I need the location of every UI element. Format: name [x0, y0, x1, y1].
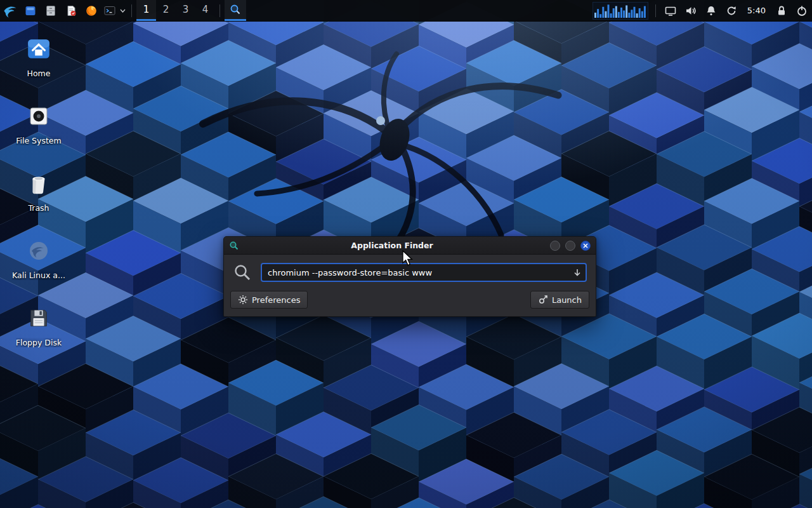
launch-icon — [538, 295, 548, 305]
terminal-dropdown-arrow[interactable] — [118, 0, 127, 21]
desktop-icon-label: Home — [27, 69, 51, 78]
kali-logo-icon — [3, 3, 18, 18]
maximize-button[interactable] — [565, 241, 575, 251]
desktop-icon-label: Trash — [28, 203, 49, 213]
chevron-down-icon — [120, 9, 126, 13]
titlebar[interactable]: Application Finder — [224, 237, 596, 255]
gear-icon — [238, 295, 248, 305]
power-button[interactable] — [792, 0, 812, 21]
floppy-disk-icon — [25, 304, 53, 332]
finder-body — [224, 255, 596, 290]
desktop-icon-list: Home File System Trash — [10, 35, 68, 371]
text-editor-launcher[interactable] — [61, 0, 81, 21]
search-icon — [233, 263, 252, 282]
home-folder-icon — [25, 35, 53, 63]
panel-separator — [219, 4, 220, 17]
entry-dropdown-button[interactable] — [570, 265, 584, 279]
finder-actions: Preferences Launch — [224, 290, 596, 316]
preferences-label: Preferences — [252, 295, 300, 305]
workspace-2[interactable]: 2 — [156, 0, 176, 21]
desktop-icon-kali-linux[interactable]: Kali Linux a... — [10, 237, 68, 280]
bell-icon — [705, 4, 717, 17]
desktop-icon-label: Kali Linux a... — [12, 271, 65, 280]
window-launcher[interactable] — [20, 0, 41, 21]
desktop-icon-trash[interactable]: Trash — [10, 170, 68, 213]
minimize-button[interactable] — [550, 241, 560, 251]
panel-left-group: 1 2 3 4 — [0, 0, 246, 21]
preferences-button[interactable]: Preferences — [230, 291, 308, 309]
window-app-icon — [229, 241, 239, 251]
screen-lock-button[interactable] — [771, 0, 792, 21]
applications-menu-button[interactable] — [0, 0, 20, 21]
workspace-pager: 1 2 3 4 — [136, 0, 215, 21]
top-panel: 1 2 3 4 — [0, 0, 812, 22]
terminal-launcher[interactable] — [102, 0, 118, 21]
document-icon — [65, 4, 77, 17]
volume-button[interactable] — [681, 0, 701, 21]
command-entry — [261, 263, 587, 282]
refresh-icon — [725, 4, 738, 17]
window-icon — [24, 4, 37, 17]
window-controls — [545, 241, 591, 251]
lock-icon — [775, 4, 788, 17]
desktop-icon-floppy-disk[interactable]: Floppy Disk — [10, 304, 68, 347]
workspace-3[interactable]: 3 — [176, 0, 195, 21]
notifications-button[interactable] — [701, 0, 721, 21]
desktop-icon-label: Floppy Disk — [16, 338, 62, 347]
desktop-icon-file-system[interactable]: File System — [10, 102, 68, 145]
clock[interactable]: 5:40 — [742, 0, 771, 21]
desktop-icon-home[interactable]: Home — [10, 35, 68, 78]
command-input[interactable] — [261, 263, 587, 282]
file-cabinet-icon — [44, 4, 57, 17]
close-icon — [583, 243, 588, 248]
workspace-1[interactable]: 1 — [136, 0, 156, 21]
application-finder-window: Application Finder — [223, 236, 596, 317]
close-button[interactable] — [580, 241, 591, 251]
panel-separator — [131, 4, 132, 17]
trash-can-icon — [25, 170, 53, 197]
firefox-launcher[interactable] — [81, 0, 102, 21]
taskbar-application-finder[interactable] — [225, 0, 246, 21]
cpu-graph[interactable] — [593, 2, 648, 20]
file-manager-launcher[interactable] — [41, 0, 61, 21]
desktop-icon-label: File System — [16, 136, 62, 145]
volume-icon — [684, 4, 697, 17]
display-icon — [664, 4, 677, 17]
kali-logo-faded-icon — [25, 237, 53, 265]
terminal-icon — [103, 4, 116, 17]
firefox-icon — [85, 4, 98, 17]
panel-separator — [655, 4, 656, 17]
arrow-down-icon — [572, 267, 582, 277]
window-title: Application Finder — [239, 241, 545, 250]
workspace-4[interactable]: 4 — [195, 0, 215, 21]
file-system-drive-icon — [25, 102, 53, 130]
power-icon — [796, 4, 808, 17]
launch-label: Launch — [552, 295, 582, 305]
launch-button[interactable]: Launch — [530, 291, 589, 309]
display-settings-button[interactable] — [660, 0, 681, 21]
update-indicator-button[interactable] — [721, 0, 742, 21]
search-icon — [229, 3, 242, 16]
panel-right-group: 5:40 — [593, 0, 812, 21]
